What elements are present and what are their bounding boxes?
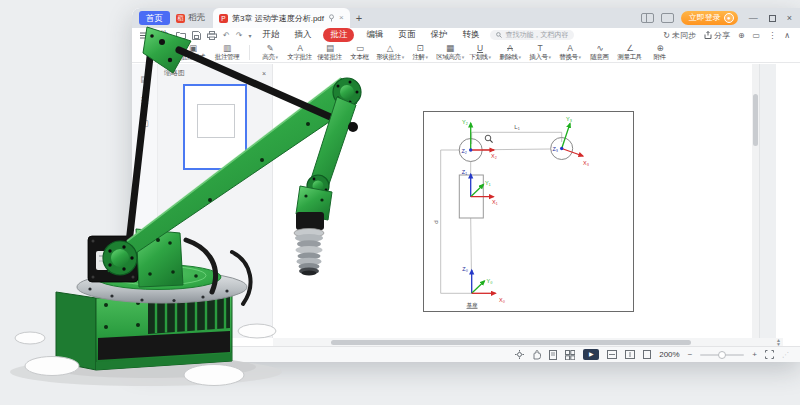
collapse-toolbar-icon[interactable]: ∧: [784, 31, 790, 40]
tab-bar-right: 立即登录 ● — ×: [641, 11, 800, 25]
window-controls: — ×: [749, 13, 792, 23]
more-options-icon[interactable]: ⋮: [768, 31, 776, 40]
axis-label: Z₁: [462, 169, 467, 175]
tool-label: 替换号: [559, 53, 577, 61]
share-button[interactable]: 分享: [704, 30, 730, 41]
fit-height-icon[interactable]: [643, 350, 651, 359]
axis-label: Y₀: [487, 278, 493, 284]
dim-d-label: d: [433, 220, 439, 223]
fit-page-icon[interactable]: [625, 350, 635, 359]
axis-label: X₃: [583, 160, 589, 166]
axis-label: Y₁: [485, 180, 491, 186]
tool-label: 下划线: [469, 53, 487, 61]
toolbar-tool[interactable]: A 删除线▾: [495, 44, 525, 61]
scrollbar-arrows-icon[interactable]: ▲▼: [776, 338, 781, 346]
tool-caret-icon: ▾: [549, 53, 551, 61]
tool-label: 插入号: [529, 53, 547, 61]
share-icon: [704, 31, 712, 39]
tool-icon: A: [567, 44, 573, 53]
toolbar-tool[interactable]: ▦ 区域高亮▾: [435, 44, 465, 61]
layout-window-icon[interactable]: [661, 13, 674, 23]
menu-bar-right: ↻未同步 分享 ⊕ ▭ ⋮ ∧: [663, 30, 800, 41]
comment-panel-icon[interactable]: ▭: [753, 31, 761, 40]
axis-label: Y₂: [462, 119, 468, 125]
fullscreen-icon[interactable]: [765, 350, 774, 359]
zoom-in-button[interactable]: +: [752, 350, 757, 359]
toolbar-tool[interactable]: ∠ 测量工具: [615, 44, 645, 61]
toolbar-tool[interactable]: U 下划线▾: [465, 44, 495, 61]
play-presentation-button[interactable]: ▶: [583, 349, 599, 360]
robot-end-effector: [294, 186, 332, 276]
settings-gear-icon[interactable]: [515, 350, 524, 359]
robot-rod-crank: [348, 122, 358, 132]
multi-page-view-icon[interactable]: [565, 350, 575, 360]
tool-caret-icon: ▾: [462, 53, 464, 61]
tool-label: 测量工具: [617, 53, 641, 61]
axis-label: X₁: [492, 199, 498, 205]
close-window-button[interactable]: ×: [787, 13, 792, 23]
toolbar-tool[interactable]: ⊕ 附件: [645, 44, 675, 61]
suction-bellows: [295, 234, 323, 276]
menu-protect[interactable]: 保护: [427, 28, 450, 42]
tool-caret-icon: ▾: [579, 53, 581, 61]
tool-caret-icon: ▾: [519, 53, 521, 61]
kinematic-diagram: L₁ d Y₂ X₂ Z₂: [423, 111, 634, 312]
toolbar-tool[interactable]: T 插入号▾: [525, 44, 555, 61]
tool-label: 区域高亮: [436, 53, 460, 61]
minimize-button[interactable]: —: [749, 13, 758, 23]
collapsed-right-panel: [759, 64, 776, 338]
tool-label: 附件: [653, 53, 665, 61]
vertical-scrollbar[interactable]: [752, 64, 759, 338]
login-button[interactable]: 立即登录 ●: [681, 11, 738, 25]
zoom-level[interactable]: 200%: [659, 350, 679, 359]
tool-icon: ∿: [596, 44, 603, 53]
zoom-slider[interactable]: [700, 354, 744, 356]
hand-tool-icon[interactable]: [532, 350, 541, 360]
tool-icon: ∠: [626, 44, 634, 53]
tool-label: 删除线: [499, 53, 517, 61]
sync-status[interactable]: ↻未同步: [663, 30, 696, 41]
login-label: 立即登录: [689, 11, 721, 25]
maximize-button[interactable]: [769, 15, 776, 22]
axis-label: Z₀: [462, 266, 468, 272]
axis-label: Y₃: [566, 116, 572, 122]
user-avatar-icon: ●: [724, 13, 734, 23]
axis-label: Z₂: [462, 148, 468, 154]
search-icon: [496, 32, 502, 38]
tool-icon: A: [507, 44, 513, 53]
figure-border: [424, 112, 634, 312]
single-page-view-icon[interactable]: [549, 350, 557, 360]
search-input[interactable]: 查找功能，文档内容: [490, 30, 574, 40]
layout-split-icon[interactable]: [641, 13, 654, 23]
tool-icon: ▦: [446, 44, 454, 53]
tool-icon: U: [477, 44, 483, 53]
robot-arm-illustration: [0, 0, 430, 405]
tool-caret-icon: ▾: [489, 53, 491, 61]
robot-shoulder-joint: [103, 241, 137, 275]
axis-label: X₂: [491, 153, 497, 159]
resize-grip-icon[interactable]: ⋰: [782, 351, 790, 359]
toolbar-tool[interactable]: ∿ 随意画: [585, 44, 615, 61]
sync-icon: ↻: [663, 31, 670, 40]
tool-icon: ⊕: [656, 44, 663, 53]
axis-label: X₀: [499, 297, 505, 303]
tool-label: 随意画: [590, 53, 608, 61]
menu-convert[interactable]: 转换: [459, 28, 482, 42]
vertical-scrollbar-thumb[interactable]: [753, 94, 758, 146]
base-label: 基座: [467, 302, 479, 308]
zoom-slider-knob[interactable]: [718, 351, 726, 359]
dim-L1-label: L₁: [514, 124, 519, 130]
screenshot-stage: 首页 稻 稻壳 P 第3章 运动学速度分析.pdf × + 立即登录: [0, 0, 800, 405]
tool-icon: T: [537, 44, 542, 53]
zoom-out-button[interactable]: −: [688, 350, 693, 359]
fit-width-icon[interactable]: [607, 350, 617, 359]
axis-label: Z₃: [552, 146, 558, 152]
toolbar-tool[interactable]: A 替换号▾: [555, 44, 585, 61]
search-placeholder: 查找功能，文档内容: [505, 30, 568, 40]
help-icon[interactable]: ⊕: [738, 31, 745, 40]
robot-link-rod-rear: [129, 57, 150, 243]
